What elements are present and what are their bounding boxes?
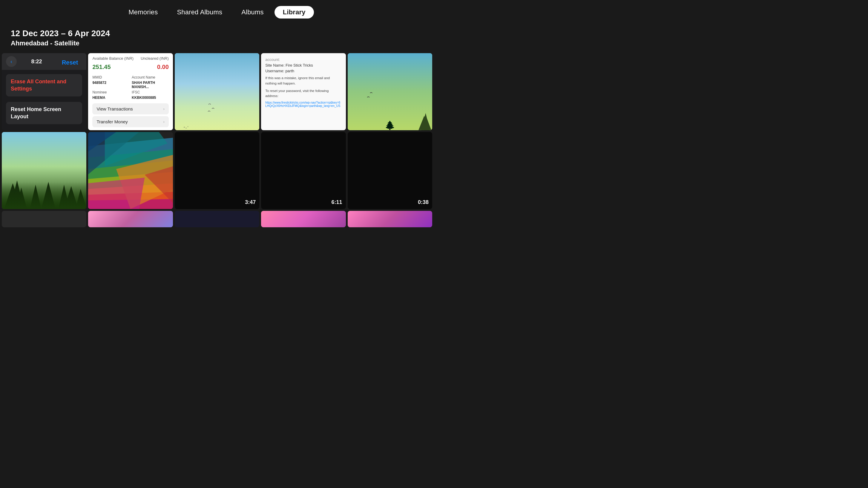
svg-rect-5	[2, 132, 86, 209]
photo-nav: Memories Shared Albums Albums Library	[0, 0, 434, 23]
svg-marker-4	[424, 119, 431, 130]
mmid-value: 9485872	[92, 81, 129, 89]
nav-library[interactable]: Library	[275, 6, 314, 19]
balance-uncleared: 0.00	[157, 64, 169, 70]
view-transactions-button[interactable]: View Transactions ›	[92, 103, 168, 114]
bank-header: Available Balance (INR) Uncleared (INR)	[88, 53, 173, 62]
video-duration-2: 6:11	[332, 199, 342, 206]
erase-menu-item: Erase All Content and Settings	[6, 74, 82, 96]
bank-uncleared-label: Uncleared (INR)	[141, 56, 169, 61]
email-body2: To reset your password, visit the follow…	[265, 88, 341, 99]
account-grid: MMID Account Name 9485872 SHAH PARTH MAN…	[88, 73, 173, 102]
location-label: Ahmedabad - Satellite	[11, 39, 423, 47]
photo-grid-row1: ‹ 8:22 Reset Erase All Content and Setti…	[0, 53, 434, 130]
balance-section: 251.45 0.00	[88, 62, 173, 73]
photo-cell-video1[interactable]: 3:47	[175, 132, 259, 209]
bank-available-label: Available Balance (INR)	[92, 56, 133, 61]
photo-cell-partial1[interactable]	[2, 211, 86, 227]
nav-albums[interactable]: Albums	[233, 6, 272, 19]
photo-cell-colorful[interactable]	[88, 132, 173, 209]
photo-cell-partial5[interactable]	[348, 211, 432, 227]
ifsc-label: IFSC	[132, 90, 169, 94]
svg-marker-8	[16, 188, 27, 209]
svg-rect-1	[348, 53, 432, 130]
svg-marker-6	[10, 180, 24, 209]
svg-rect-0	[175, 53, 259, 130]
reset-home-menu-item: Reset Home Screen Layout	[6, 102, 82, 124]
balance-available: 251.45	[92, 64, 111, 70]
sky2-svg	[348, 53, 432, 130]
nominee-label: Nominee	[92, 90, 129, 94]
photo-cell-reset[interactable]: ‹ 8:22 Reset Erase All Content and Setti…	[2, 53, 86, 130]
photo-grid-row2: 3:47 6:11 0:38	[0, 132, 434, 209]
nav-shared-albums[interactable]: Shared Albums	[168, 6, 230, 19]
photo-cell-sky2[interactable]	[348, 53, 432, 130]
video-duration-3: 0:38	[418, 199, 429, 206]
account-name-value: SHAH PARTH MANISH...	[132, 81, 169, 89]
transfer-money-label: Transfer Money	[96, 119, 128, 124]
erase-label: Erase All Content and Settings	[11, 78, 78, 92]
reset-top-bar: ‹ 8:22 Reset	[2, 53, 86, 70]
reset-nav-label: Reset	[58, 57, 82, 66]
nav-memories[interactable]: Memories	[120, 6, 166, 19]
svg-marker-13	[75, 189, 87, 209]
photo-cell-video3[interactable]: 0:38	[348, 132, 432, 209]
email-site-name: Site Name: Fire Stick Tricks	[265, 63, 341, 67]
email-username: Username: parth	[265, 69, 341, 73]
video-duration-1: 3:47	[245, 199, 256, 206]
reset-home-label: Reset Home Screen Layout	[11, 106, 78, 120]
colorful-svg	[88, 132, 173, 209]
svg-marker-12	[64, 186, 78, 209]
svg-marker-11	[58, 185, 70, 209]
reset-menu-section: Erase All Content and Settings Reset Hom…	[2, 70, 86, 130]
nominee-value: HEEMA	[92, 96, 129, 100]
email-account-label: account:	[265, 57, 341, 62]
account-name-label: Account Name	[132, 75, 169, 80]
email-body1: If this was a mistake, ignore this email…	[265, 75, 341, 86]
photo-cell-bank[interactable]: Available Balance (INR) Uncleared (INR) …	[88, 53, 173, 130]
view-transactions-label: View Transactions	[96, 106, 133, 112]
photo-cell-email[interactable]: account: Site Name: Fire Stick Tricks Us…	[261, 53, 346, 130]
photo-cell-partial4[interactable]	[261, 211, 346, 227]
nature-svg	[2, 132, 86, 209]
mmid-label: MMID	[92, 75, 129, 80]
ifsc-value: KKBK0000885	[132, 96, 169, 100]
svg-marker-9	[30, 185, 41, 209]
sky-svg	[175, 53, 259, 130]
back-button-icon: ‹	[6, 56, 17, 67]
library-header: 12 Dec 2023 – 6 Apr 2024 Ahmedabad - Sat…	[0, 23, 434, 53]
photo-grid-row3	[0, 211, 434, 227]
svg-marker-10	[41, 182, 56, 209]
bank-buttons: View Transactions › Transfer Money ›	[88, 102, 173, 130]
photo-cell-partial2[interactable]	[88, 211, 173, 227]
photo-cell-sky1[interactable]	[175, 53, 259, 130]
date-range: 12 Dec 2023 – 6 Apr 2024	[11, 28, 423, 39]
transfer-money-button[interactable]: Transfer Money ›	[92, 116, 168, 127]
email-link: https://www.firesticktricks.com/wp-nav/?…	[265, 101, 341, 108]
photo-cell-video2[interactable]: 6:11	[261, 132, 346, 209]
status-time: 8:22	[31, 59, 42, 65]
svg-marker-7	[4, 183, 21, 209]
chevron-right-icon-2: ›	[163, 119, 164, 124]
chevron-right-icon: ›	[163, 106, 164, 111]
photo-cell-partial3[interactable]	[175, 211, 259, 227]
photo-cell-nature[interactable]	[2, 132, 86, 209]
